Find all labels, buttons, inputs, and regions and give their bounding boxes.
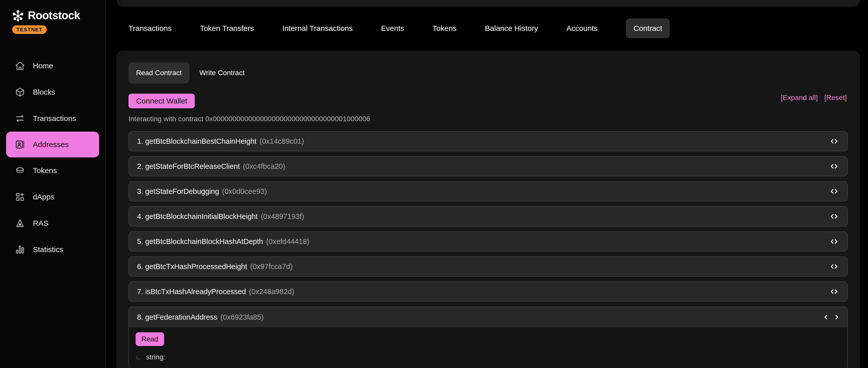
function-name: 3. getStateForDebugging xyxy=(137,187,219,195)
contract-mode-tabs: Read Contract Write Contract xyxy=(128,51,848,84)
scrolled-card-edge xyxy=(116,0,860,7)
tab-transactions[interactable]: Transactions xyxy=(128,24,172,33)
code-brackets-icon[interactable] xyxy=(829,137,839,146)
reset-link[interactable]: [Reset] xyxy=(824,94,847,102)
function-selector: (0x6923fa85) xyxy=(221,313,264,321)
function-selector: (0x14c89c01) xyxy=(259,137,304,145)
function-selector: (0xefd44418) xyxy=(266,237,309,246)
connect-wallet-button[interactable]: Connect Wallet xyxy=(128,94,195,108)
content-area: Transactions Token Transfers Internal Tr… xyxy=(106,0,868,368)
sidebar-item-label: Transactions xyxy=(33,114,76,123)
code-brackets-icon[interactable] xyxy=(829,162,839,171)
tab-tokens[interactable]: Tokens xyxy=(432,24,457,33)
brand-logo[interactable]: Rootstock xyxy=(0,0,105,22)
function-name: 2. getStateForBtcReleaseClient xyxy=(137,162,240,170)
sidebar-item-addresses[interactable]: Addresses xyxy=(6,132,99,158)
sidebar-item-label: RAS xyxy=(33,219,49,228)
function-row-8-expanded: 8. getFederationAddress(0x6923fa85) Read… xyxy=(128,307,848,368)
sidebar-item-statistics[interactable]: Statistics xyxy=(0,236,105,263)
tab-contract[interactable]: Contract xyxy=(626,19,670,38)
sidebar-item-dapps[interactable]: dApps xyxy=(0,184,105,210)
sidebar-item-label: Home xyxy=(33,61,53,70)
function-selector: (0x248a982d) xyxy=(249,287,294,295)
sidebar-item-label: Statistics xyxy=(33,245,63,254)
sidebar-item-tokens[interactable]: Tokens xyxy=(0,158,105,184)
coin-icon xyxy=(15,165,25,176)
output-type-label: string: xyxy=(146,353,165,361)
function-name: 7. isBtcTxHashAlreadyProcessed xyxy=(137,287,246,295)
expand-all-link[interactable]: [Expand all] xyxy=(781,94,818,102)
tab-accounts[interactable]: Accounts xyxy=(566,24,597,33)
function-row-5[interactable]: 5. getBtcBlockchainBlockHashAtDepth(0xef… xyxy=(128,231,848,252)
panel-links: [Expand all] [Reset] xyxy=(781,94,847,102)
sidebar-item-blocks[interactable]: Blocks xyxy=(0,79,105,105)
function-row-4[interactable]: 4. getBtcBlockchainInitialBlockHeight(0x… xyxy=(128,206,848,227)
home-icon xyxy=(15,60,25,71)
sidebar-item-ras[interactable]: RAS xyxy=(0,210,105,236)
sidebar-item-label: dApps xyxy=(33,193,54,201)
read-button[interactable]: Read xyxy=(135,332,164,346)
interacting-with-contract-text: Interacting with contract 0x000000000000… xyxy=(128,115,848,123)
grid-plus-icon xyxy=(15,192,25,202)
function-name: 8. getFederationAddress xyxy=(137,313,218,321)
function-name: 1. getBtcBlockchainBestChainHeight xyxy=(137,137,256,145)
code-brackets-icon[interactable] xyxy=(829,237,839,246)
function-row-1[interactable]: 1. getBtcBlockchainBestChainHeight(0x14c… xyxy=(128,131,848,151)
sidebar-item-home[interactable]: Home xyxy=(0,53,105,79)
output-corner-glyph: ∟ xyxy=(135,353,142,361)
cube-icon xyxy=(15,87,25,97)
brand-name: Rootstock xyxy=(28,9,80,22)
code-brackets-icon[interactable] xyxy=(829,187,839,196)
function-selector: (0x97fcca7d) xyxy=(250,262,292,271)
tab-internal-transactions[interactable]: Internal Transactions xyxy=(282,24,352,33)
code-brackets-icon[interactable] xyxy=(829,262,839,271)
read-contract-tab[interactable]: Read Contract xyxy=(128,62,189,84)
function-selector: (0x0d0cee93) xyxy=(222,187,267,195)
sidebar-item-transactions[interactable]: Transactions xyxy=(0,105,105,132)
sidebar: Rootstock TESTNET Home Blocks Transactio… xyxy=(0,0,106,368)
function-name: 4. getBtcBlockchainInitialBlockHeight xyxy=(137,213,258,221)
tab-balance-history[interactable]: Balance History xyxy=(485,24,538,33)
tab-token-transfers[interactable]: Token Transfers xyxy=(200,24,254,33)
sidebar-nav: Home Blocks Transactions Addresses xyxy=(0,53,105,263)
function-row-8-header[interactable]: 8. getFederationAddress(0x6923fa85) xyxy=(129,307,847,327)
rootstock-logo-icon xyxy=(12,9,24,22)
function-name: 6. getBtcTxHashProcessedHeight xyxy=(137,262,247,271)
network-badge: TESTNET xyxy=(12,25,47,34)
function-row-6[interactable]: 6. getBtcTxHashProcessedHeight(0x97fcca7… xyxy=(128,256,848,277)
function-row-3[interactable]: 3. getStateForDebugging(0x0d0cee93) xyxy=(128,181,848,201)
function-list: 1. getBtcBlockchainBestChainHeight(0x14c… xyxy=(128,131,848,368)
output-line: ∟ string: xyxy=(135,353,841,361)
sidebar-item-label: Addresses xyxy=(33,140,69,149)
swap-arrows-icon xyxy=(15,113,25,124)
function-row-8-body: Read ∟ string: xyxy=(129,327,847,368)
function-selector: (0xc4fbca20) xyxy=(243,162,285,170)
sidebar-item-label: Tokens xyxy=(33,166,57,175)
code-brackets-icon[interactable] xyxy=(829,287,839,296)
function-row-2[interactable]: 2. getStateForBtcReleaseClient(0xc4fbca2… xyxy=(128,156,848,176)
contract-panel: Read Contract Write Contract [Expand all… xyxy=(116,51,860,368)
code-brackets-icon[interactable] xyxy=(829,212,839,221)
function-name: 5. getBtcBlockchainBlockHashAtDepth xyxy=(137,237,263,246)
write-contract-tab[interactable]: Write Contract xyxy=(199,69,245,77)
function-selector: (0x4897193f) xyxy=(261,213,304,221)
code-brackets-icon[interactable] xyxy=(824,313,839,322)
tab-events[interactable]: Events xyxy=(381,24,404,33)
triangle-icon xyxy=(15,218,25,229)
detail-tabs: Transactions Token Transfers Internal Tr… xyxy=(128,18,670,38)
function-row-7[interactable]: 7. isBtcTxHashAlreadyProcessed(0x248a982… xyxy=(128,281,848,302)
sidebar-item-label: Blocks xyxy=(33,88,55,96)
bar-chart-icon xyxy=(15,244,25,255)
contact-card-icon xyxy=(15,139,25,150)
